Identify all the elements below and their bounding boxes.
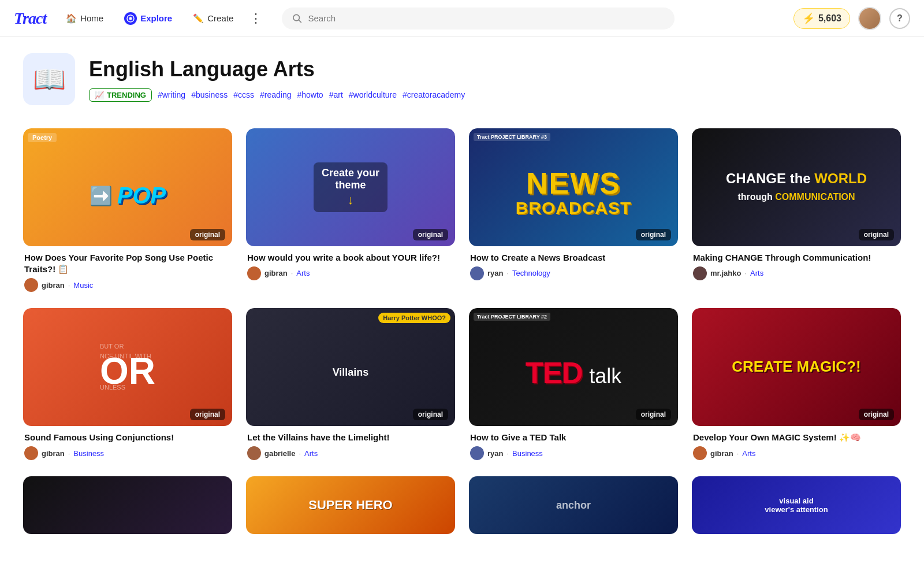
nav-home-label: Home (80, 13, 103, 23)
thumbnail-6: Harry Potter WHOO? Villains original (246, 308, 455, 426)
original-badge-3: original (636, 229, 671, 240)
card-meta-5: Sound Famous Using Conjunctions! gibran … (23, 426, 232, 462)
card-title-1: How Does Your Favorite Pop Song Use Poet… (24, 252, 231, 276)
original-badge-7: original (636, 409, 671, 420)
card-author-5: gibran · Business (24, 446, 231, 460)
nav-right: ⚡ 5,603 ? (793, 7, 910, 30)
card-meta-8: Develop Your Own MAGIC System! ✨🧠 gibran… (692, 426, 901, 462)
navbar: Tract 🏠 Home Explore ✏️ Create ⋮ ⚡ 5,603… (0, 0, 924, 37)
trending-icon: 📈 (95, 91, 104, 99)
original-badge-6: original (413, 409, 448, 420)
tag-reading[interactable]: #reading (260, 90, 292, 99)
card-meta-1: How Does Your Favorite Pop Song Use Poet… (23, 246, 232, 295)
poetry-label: Poetry (28, 133, 57, 142)
user-avatar[interactable] (858, 7, 881, 30)
subject-icon: 📖 (23, 53, 75, 105)
explore-icon (124, 12, 137, 25)
thumbnail-5: BUT OR NCE UNTIL WITH OR UNLESS original (23, 308, 232, 426)
magic-text: CREATE MAGIC?! (732, 358, 860, 376)
card-8[interactable]: CREATE MAGIC?! original Develop Your Own… (692, 308, 901, 462)
create-icon: ✏️ (193, 13, 204, 24)
nav-create-label: Create (207, 13, 233, 23)
card-1[interactable]: Poetry ➡️ POP original How Does Your Fav… (23, 128, 232, 294)
card-6[interactable]: Harry Potter WHOO? Villains original Let… (246, 308, 455, 462)
trending-label: TRENDING (107, 91, 146, 99)
tag-worldculture[interactable]: #worldculture (349, 90, 397, 99)
tag-creatoracademy[interactable]: #creatoracademy (403, 90, 465, 99)
card-title-8: Develop Your Own MAGIC System! ✨🧠 (693, 432, 900, 443)
ted-talk-text: TED talk (526, 355, 621, 390)
harry-potter-badge: Harry Potter WHOO? (378, 313, 450, 323)
card-title-6: Let the Villains have the Limelight! (247, 432, 454, 443)
card-meta-7: How to Give a TED Talk ryan · Business (469, 426, 678, 462)
author-avatar-3 (470, 266, 484, 280)
author-avatar-1 (24, 278, 38, 292)
card-author-4: mr.jahko · Arts (693, 266, 900, 280)
tag-business[interactable]: #business (191, 90, 228, 99)
card-title-3: How to Create a News Broadcast (470, 252, 677, 264)
content-grid-row1: Poetry ➡️ POP original How Does Your Fav… (0, 114, 924, 308)
nav-create[interactable]: ✏️ Create (185, 9, 241, 28)
author-avatar-7 (470, 446, 484, 460)
card-author-2: gibran · Arts (247, 266, 454, 280)
card-author-8: gibran · Arts (693, 446, 900, 460)
card-author-3: ryan · Technology (470, 266, 677, 280)
tract-badge-3: Tract PROJECT LIBRARY #3 (474, 133, 550, 141)
author-avatar-5 (24, 446, 38, 460)
search-bar (282, 8, 675, 29)
pop-visual: ➡️ POP (90, 183, 166, 209)
card-title-7: How to Give a TED Talk (470, 432, 677, 443)
card-meta-4: Making CHANGE Through Communication! mr.… (692, 246, 901, 283)
card-5[interactable]: BUT OR NCE UNTIL WITH OR UNLESS original… (23, 308, 232, 462)
tag-writing[interactable]: #writing (158, 90, 185, 99)
villains-text: Villains (333, 366, 369, 379)
logo[interactable]: Tract (14, 9, 46, 28)
card-author-6: gabrielle · Arts (247, 446, 454, 460)
thumbnail-3: Tract PROJECT LIBRARY #3 NEWS BROADCAST … (469, 128, 678, 246)
search-input[interactable] (308, 13, 664, 23)
card-2[interactable]: Create your theme ↓ original How would y… (246, 128, 455, 294)
partial-thumb-2[interactable]: SUPER HERO (246, 476, 455, 534)
change-text: CHANGE the WORLD through COMMUNICATION (726, 171, 867, 204)
tag-art[interactable]: #art (329, 90, 343, 99)
conjunctions-text: BUT OR NCE UNTIL WITH OR UNLESS (95, 337, 160, 397)
author-avatar-6 (247, 446, 261, 460)
coins-count: 5,603 (818, 13, 841, 24)
thumbnail-4: CHANGE the WORLD through COMMUNICATION o… (692, 128, 901, 246)
trending-badge[interactable]: 📈 TRENDING (89, 88, 152, 102)
card-author-7: ryan · Business (470, 446, 677, 460)
header-text: English Language Arts 📈 TRENDING #writin… (89, 57, 465, 102)
nav-home[interactable]: 🏠 Home (58, 9, 111, 28)
card-3[interactable]: Tract PROJECT LIBRARY #3 NEWS BROADCAST … (469, 128, 678, 294)
help-button[interactable]: ? (889, 8, 910, 29)
thumbnail-8: CREATE MAGIC?! original (692, 308, 901, 426)
card-title-4: Making CHANGE Through Communication! (693, 252, 900, 264)
card-4[interactable]: CHANGE the WORLD through COMMUNICATION o… (692, 128, 901, 294)
card-title-5: Sound Famous Using Conjunctions! (24, 432, 231, 443)
thumbnail-2: Create your theme ↓ original (246, 128, 455, 246)
original-badge-2: original (413, 229, 448, 240)
home-icon: 🏠 (66, 13, 77, 24)
nav-explore[interactable]: Explore (116, 8, 180, 29)
partial-thumb-1[interactable] (23, 476, 232, 534)
news-broadcast-text: NEWS BROADCAST (516, 168, 632, 218)
partial-thumb-4[interactable]: visual aidviewer's attention (692, 476, 901, 534)
tags-row: 📈 TRENDING #writing #business #ccss #rea… (89, 88, 465, 102)
nav-more-dots[interactable]: ⋮ (246, 6, 266, 31)
page-title: English Language Arts (89, 57, 465, 81)
svg-line-3 (299, 20, 301, 22)
svg-point-1 (129, 17, 132, 20)
tag-ccss[interactable]: #ccss (233, 90, 254, 99)
coin-icon: ⚡ (802, 12, 815, 25)
tag-howto[interactable]: #howto (297, 90, 323, 99)
card-7[interactable]: Tract PROJECT LIBRARY #2 TED talk origin… (469, 308, 678, 462)
partial-thumb-3[interactable]: anchor (469, 476, 678, 534)
tract-badge-7: Tract PROJECT LIBRARY #2 (474, 313, 550, 321)
coins-badge: ⚡ 5,603 (793, 8, 850, 29)
card-meta-2: How would you write a book about YOUR li… (246, 246, 455, 283)
original-badge-1: original (190, 229, 225, 240)
card-meta-6: Let the Villains have the Limelight! gab… (246, 426, 455, 462)
page-header: 📖 English Language Arts 📈 TRENDING #writ… (0, 37, 924, 114)
original-badge-4: original (859, 229, 894, 240)
content-grid-row2: BUT OR NCE UNTIL WITH OR UNLESS original… (0, 308, 924, 476)
